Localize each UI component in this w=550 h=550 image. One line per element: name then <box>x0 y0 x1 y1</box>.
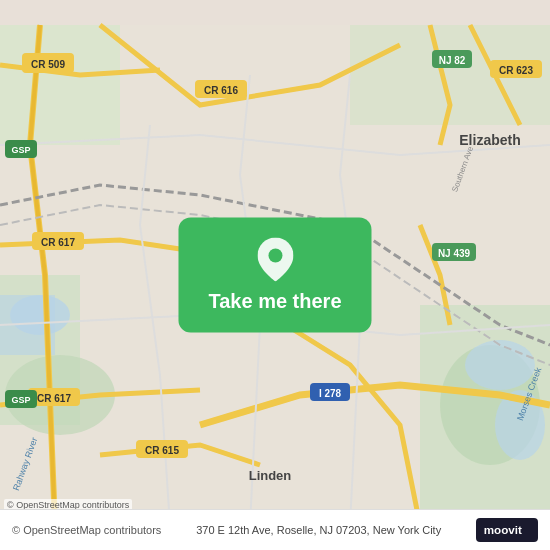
moovit-icon: moovit <box>482 521 532 539</box>
take-me-there-button[interactable]: Take me there <box>178 218 371 333</box>
svg-text:GSP: GSP <box>11 145 30 155</box>
moovit-logo-box: moovit <box>476 518 538 542</box>
svg-text:CR 509: CR 509 <box>31 59 65 70</box>
copyright-text: © OpenStreetMap contributors <box>12 524 161 536</box>
svg-text:moovit: moovit <box>484 523 522 536</box>
map-container: CR 509 GSP CR 616 CR 617 CR 617 NJ 27 I … <box>0 0 550 550</box>
address-text: 370 E 12th Ave, Roselle, NJ 07203, New Y… <box>161 524 476 536</box>
svg-text:CR 617: CR 617 <box>41 237 75 248</box>
bottom-bar: © OpenStreetMap contributors 370 E 12th … <box>0 509 550 550</box>
svg-text:GSP: GSP <box>11 395 30 405</box>
svg-text:Elizabeth: Elizabeth <box>459 132 520 148</box>
svg-text:CR 615: CR 615 <box>145 445 179 456</box>
svg-text:Linden: Linden <box>249 468 292 483</box>
svg-text:CR 623: CR 623 <box>499 65 533 76</box>
svg-point-9 <box>465 340 535 390</box>
svg-rect-1 <box>0 25 120 145</box>
svg-text:I 278: I 278 <box>319 388 342 399</box>
moovit-logo: moovit <box>476 518 538 542</box>
svg-text:CR 617: CR 617 <box>37 393 71 404</box>
take-me-there-label: Take me there <box>208 290 341 313</box>
bottom-left-section: © OpenStreetMap contributors <box>12 524 161 536</box>
svg-text:NJ 82: NJ 82 <box>439 55 466 66</box>
location-pin-icon <box>257 238 293 282</box>
svg-text:NJ 439: NJ 439 <box>438 248 471 259</box>
svg-text:CR 616: CR 616 <box>204 85 238 96</box>
svg-point-40 <box>268 249 282 263</box>
